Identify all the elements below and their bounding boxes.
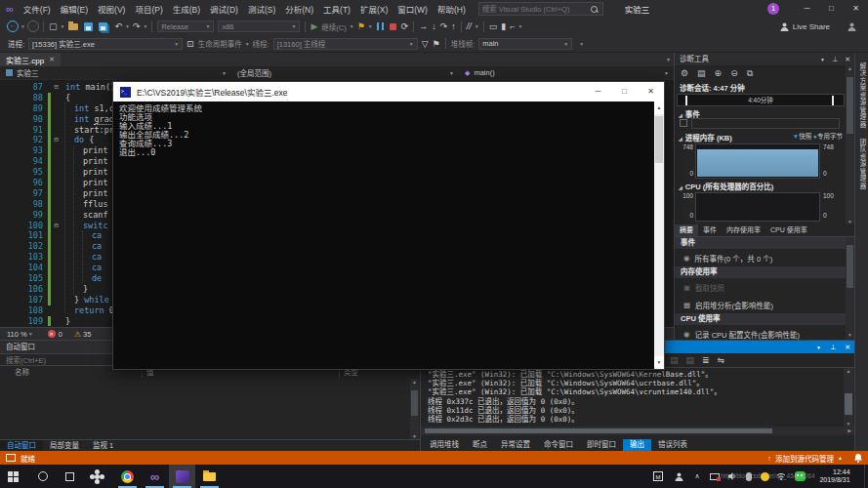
visual-studio-button[interactable]: ∞ — [142, 465, 168, 488]
undo-icon[interactable]: ↶ — [112, 19, 124, 34]
step-out-icon[interactable]: ↑ — [449, 19, 458, 34]
scroll-down-icon[interactable]: ▼ — [654, 356, 664, 369]
menu-item-帮助(H)[interactable]: 帮助(H) — [433, 3, 471, 15]
maximize-button[interactable]: □ — [819, 0, 844, 18]
toggle-output-icon[interactable]: ▤ — [686, 355, 695, 365]
scroll-thumb[interactable] — [655, 116, 663, 163]
platform-dropdown[interactable]: x86▼ — [218, 20, 300, 32]
scroll-right-icon[interactable]: ▶ — [847, 427, 851, 433]
filter-icon[interactable]: ▽ — [420, 36, 431, 52]
menu-item-编辑(E)[interactable]: 编辑(E) — [56, 3, 93, 15]
vertical-tab-解决方案资源管理器[interactable]: 解决方案资源管理器 — [857, 62, 867, 129]
document-tab[interactable]: 实验三.cpp ✕ — [0, 53, 61, 66]
thread-dropdown[interactable]: [13160] 主线程▼ — [273, 38, 418, 50]
memory-chart[interactable] — [695, 143, 820, 179]
process-dropdown[interactable]: [15336] 实验三.exe▼ — [28, 38, 183, 50]
menu-item-生成(B)[interactable]: 生成(B) — [168, 3, 205, 15]
pinned-app-button[interactable] — [84, 465, 110, 488]
tab-close-icon[interactable]: ✕ — [49, 56, 55, 63]
output-hscrollbar[interactable]: ▶ — [421, 427, 854, 435]
chrome-button[interactable] — [114, 465, 141, 488]
scroll-up-icon[interactable]: ▲ — [410, 379, 419, 385]
close-panel-icon[interactable]: ✕ — [845, 56, 850, 63]
console-window[interactable]: E:\C\VS2019\实验三\Release\实验三.exe ─ □ ✕ 欢迎… — [112, 81, 665, 370]
new-file-icon[interactable]: ▢ — [47, 19, 60, 34]
prev-bookmark-icon[interactable]: ⌐ — [508, 19, 517, 34]
input-indicator[interactable]: M — [647, 465, 669, 488]
zoom-level[interactable]: 110 % — [7, 330, 27, 339]
lifecycle-icon[interactable]: ⊡ — [185, 36, 196, 52]
timeline-handle-right[interactable] — [832, 96, 834, 105]
tab-事件[interactable]: 事件 — [698, 224, 722, 236]
window-menu-icon[interactable]: ▼ — [816, 345, 821, 350]
zoom-in-icon[interactable]: ⊕ — [715, 68, 723, 78]
cpu-chart[interactable] — [695, 192, 820, 222]
menu-item-测试(S)[interactable]: 测试(S) — [243, 3, 280, 15]
search-input[interactable] — [479, 5, 591, 14]
stop-debugging-icon[interactable] — [390, 23, 396, 30]
menu-item-扩展(X)[interactable]: 扩展(X) — [355, 3, 393, 15]
console-titlebar[interactable]: E:\C\VS2019\实验三\Release\实验三.exe ─ □ ✕ — [113, 82, 664, 102]
redo-icon[interactable]: ↷ — [131, 19, 143, 34]
console-output-text[interactable]: 欢迎使用成绩管理系统功能选项输入成绩...1输出全部成绩...2查询成绩...3… — [113, 102, 654, 369]
cortana-button[interactable] — [29, 465, 56, 488]
all-events-row[interactable]: ◉所有事件(0 个，共 0 个) — [675, 249, 854, 266]
stack-frame-dropdown[interactable]: main▼ — [478, 38, 572, 50]
tab-CPU 使用率[interactable]: CPU 使用率 — [765, 224, 812, 236]
zoom-out-icon[interactable]: ⊖ — [730, 68, 738, 78]
diagnostics-scrollbar[interactable]: ▲ ▼ — [846, 65, 854, 224]
scroll-up-icon[interactable]: ▲ — [654, 102, 664, 114]
show-next-statement-icon[interactable]: → — [417, 19, 430, 34]
minimize-button[interactable]: ─ — [795, 0, 819, 18]
configuration-dropdown[interactable]: Release▼ — [157, 20, 214, 32]
show-hidden-icons-button[interactable]: ∧ — [688, 465, 706, 488]
menu-item-窗口(W)[interactable]: 窗口(W) — [393, 3, 433, 15]
heap-profiling-row[interactable]: ▦启用堆分析(会影响性能) — [675, 296, 854, 313]
breadcrumb-project[interactable]: 实验三▼ — [0, 66, 231, 79]
output-log[interactable]: "实验三.exe" (Win32): 已加载 "C:\Windows\SysWO… — [421, 368, 842, 427]
step-over-icon[interactable]: ↷ — [438, 19, 450, 34]
close-button[interactable]: ✕ — [844, 0, 868, 18]
menu-item-分析(N)[interactable]: 分析(N) — [280, 3, 318, 15]
bell-icon[interactable] — [854, 454, 862, 463]
clear-output-icon[interactable]: ▤ — [670, 355, 679, 365]
settings-gear-icon[interactable]: ⚙ — [681, 68, 688, 78]
export-icon[interactable]: ▤ — [697, 68, 706, 78]
console-maximize-button[interactable]: □ — [611, 82, 638, 102]
bookmark-icon[interactable]: ▮ — [499, 19, 508, 34]
scroll-thumb[interactable] — [425, 428, 772, 433]
comment-icon[interactable]: // — [465, 19, 474, 34]
scroll-down-icon[interactable]: ▼ — [846, 219, 854, 224]
tab-摘要[interactable]: 摘要 — [675, 224, 698, 236]
cpu-section-header[interactable]: ◢CPU (所有处理器的百分比) — [679, 181, 773, 191]
vertical-tab-团队资源管理器[interactable]: 团队资源管理器 — [857, 139, 867, 190]
autoscroll-icon[interactable]: ⇋ — [718, 355, 725, 365]
active-app-button[interactable] — [169, 465, 195, 488]
scroll-thumb[interactable] — [847, 77, 853, 134]
menu-item-视图(V)[interactable]: 视图(V) — [93, 3, 130, 15]
fold-marker[interactable]: ⊟ — [51, 135, 62, 145]
live-share-button[interactable]: Live Share — [791, 22, 832, 31]
cpu-profile-row[interactable]: ◉记录 CPU 配置文件(会影响性能) — [675, 325, 854, 340]
scroll-up-icon[interactable]: ▲ — [846, 65, 854, 71]
menu-item-文件(F)[interactable]: 文件(F) — [19, 3, 56, 15]
fold-marker[interactable]: ⊟ — [51, 221, 62, 231]
save-icon[interactable] — [84, 22, 93, 31]
console-close-button[interactable]: ✕ — [638, 82, 664, 102]
breadcrumb-scope[interactable]: (全局范围)▼ — [231, 66, 459, 79]
scroll-thumb[interactable] — [847, 245, 853, 288]
navigate-forward-icon[interactable]: → — [27, 20, 39, 32]
continue-icon[interactable]: ▶ — [309, 19, 319, 34]
save-all-icon[interactable] — [99, 22, 107, 31]
summary-scrollbar[interactable]: ▼ — [846, 237, 854, 340]
breakpoint-flag-icon[interactable]: ⚑ — [355, 19, 367, 34]
break-all-icon[interactable] — [377, 22, 384, 30]
memory-section-header[interactable]: ◢进程内存 (KB) — [679, 132, 732, 142]
pin-icon[interactable]: ⊥ — [832, 56, 838, 63]
tab-内存使用率[interactable]: 内存使用率 — [722, 224, 765, 236]
timeline-ruler[interactable]: 4:40分钟 — [677, 94, 845, 106]
notification-badge[interactable]: 1 — [767, 3, 779, 15]
word-wrap-icon[interactable]: ≣ — [702, 355, 710, 365]
console-scrollbar[interactable]: ▲ ▼ — [654, 102, 664, 369]
scroll-thumb[interactable] — [411, 390, 418, 416]
